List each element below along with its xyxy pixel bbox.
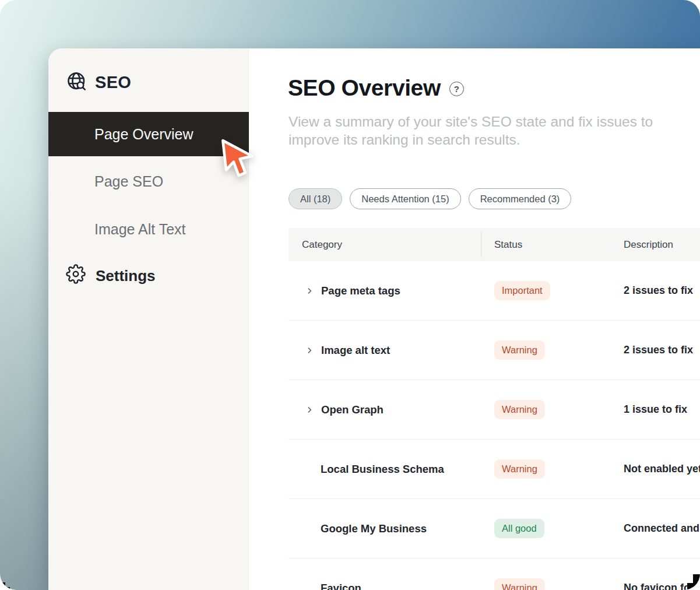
status-badge: Warning: [494, 340, 545, 360]
table-row[interactable]: Favicon Warning No favicon fo: [289, 559, 700, 590]
chevron-right-icon[interactable]: [305, 346, 314, 354]
row-description: 2 issues to fix: [624, 285, 700, 297]
brand-label: SEO: [95, 73, 131, 92]
seo-panel: SEO Page Overview Page SEO Image Alt Tex…: [48, 48, 700, 590]
chevron-right-icon[interactable]: [305, 406, 314, 414]
column-header-category: Category: [289, 239, 481, 251]
filter-pill-all[interactable]: All (18): [289, 188, 342, 209]
sidebar-item-page-seo[interactable]: Page SEO: [48, 170, 249, 193]
gear-icon: [66, 264, 86, 288]
table-row[interactable]: Local Business Schema Warning Not enable…: [289, 440, 700, 499]
sidebar-item-label: Page SEO: [94, 173, 163, 190]
column-header-description: Description: [624, 239, 700, 251]
corner-artifact: [0, 587, 10, 590]
row-category: Google My Business: [321, 522, 427, 535]
corner-artifact: [0, 582, 5, 590]
table-row[interactable]: Image alt text Warning 2 issues to fix: [289, 321, 700, 380]
status-badge: Warning: [494, 578, 545, 590]
main-content: SEO Overview ? View a summary of your si…: [249, 48, 700, 590]
row-category: Favicon: [321, 582, 361, 590]
settings-label: Settings: [96, 267, 156, 285]
table-row[interactable]: Open Graph Warning 1 issue to fix: [289, 380, 700, 440]
chevron-right-icon[interactable]: [305, 287, 314, 295]
sidebar-item-label: Image Alt Text: [94, 221, 186, 238]
sidebar-item-label: Page Overview: [94, 126, 194, 143]
row-category: Image alt text: [321, 344, 390, 357]
status-badge: Warning: [494, 459, 545, 479]
row-category: Local Business Schema: [321, 463, 444, 476]
filter-pills: All (18) Needs Attention (15) Recommende…: [289, 188, 571, 209]
row-category: Open Graph: [321, 403, 384, 416]
help-icon[interactable]: ?: [449, 82, 464, 96]
filter-pill-needs-attention[interactable]: Needs Attention (15): [350, 188, 460, 209]
row-description: 1 issue to fix: [624, 403, 700, 416]
filter-pill-recommended[interactable]: Recommended (3): [469, 188, 572, 209]
app-window: SEO Page Overview Page SEO Image Alt Tex…: [0, 0, 700, 590]
row-description: Connected and: [624, 522, 700, 535]
page-title: SEO Overview: [288, 75, 441, 101]
status-badge: Important: [494, 281, 550, 300]
brand: SEO: [66, 71, 131, 94]
table-row[interactable]: Google My Business All good Connected an…: [289, 499, 700, 559]
page-subtitle: View a summary of your site's SEO state …: [289, 113, 691, 149]
sidebar-item-page-overview[interactable]: Page Overview: [48, 112, 249, 156]
status-badge: All good: [494, 519, 544, 538]
row-description: 2 issues to fix: [624, 344, 700, 356]
table-row[interactable]: Page meta tags Important 2 issues to fix: [289, 261, 700, 321]
header-divider: [481, 232, 481, 257]
sidebar-item-image-alt-text[interactable]: Image Alt Text: [48, 217, 249, 241]
sidebar: SEO Page Overview Page SEO Image Alt Tex…: [48, 48, 249, 590]
table-header: Category Status Description: [289, 228, 700, 261]
sidebar-item-settings[interactable]: Settings: [66, 264, 156, 288]
column-header-status: Status: [481, 239, 624, 251]
status-badge: Warning: [494, 400, 545, 419]
corner-artifact: [687, 583, 700, 590]
corner-artifact: [693, 574, 700, 590]
row-description: Not enabled yet: [624, 463, 700, 475]
seo-issues-table: Category Status Description Page meta ta…: [289, 228, 700, 590]
globe-search-icon: [66, 71, 87, 94]
row-category: Page meta tags: [321, 285, 400, 297]
